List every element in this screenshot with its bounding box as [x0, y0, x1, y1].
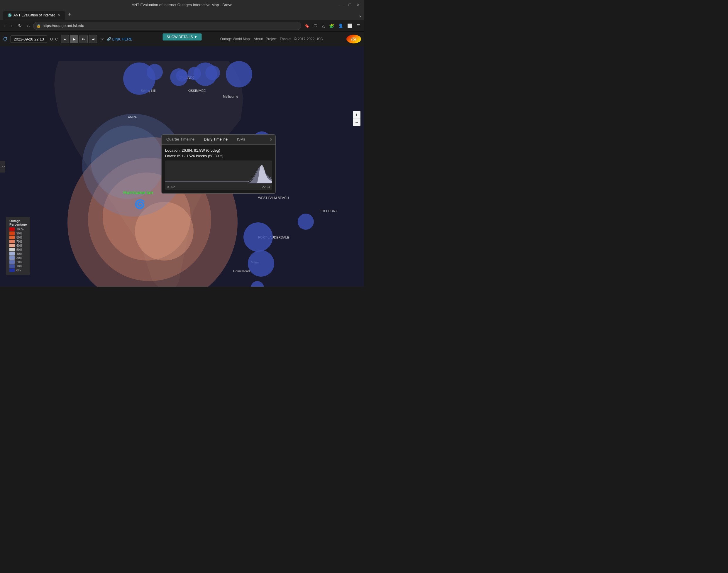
hurricane-icon: 🌀 [134, 199, 145, 209]
time-display[interactable]: 2022-09-28 22:13 [10, 36, 47, 43]
quarter-timeline-tab[interactable]: Quarter Timeline [162, 135, 199, 144]
legend-swatch-90 [9, 231, 15, 235]
legend-label-20: 20% [16, 261, 22, 264]
legend-label-0: 0% [16, 269, 20, 272]
tab-bar: ⊙ ANT Evaluation of Internet ✕ + ⌄ [0, 9, 364, 20]
legend-label-10: 10% [16, 265, 22, 268]
tab-close-button[interactable]: ✕ [58, 13, 60, 17]
blue-dot-5[interactable] [193, 62, 217, 86]
copyright-text: © 2017-2022 USC [294, 37, 323, 41]
skip-end-button[interactable]: ⏭ [89, 35, 97, 43]
legend-item-20: 20% [9, 260, 27, 264]
bookmark-icon[interactable]: 🔖 [303, 23, 311, 29]
legend-swatch-30 [9, 256, 15, 260]
zoom-out-button[interactable]: − [353, 118, 360, 126]
location-popup: Quarter Timeline Daily Timeline ISPs × L… [161, 135, 276, 194]
blue-dot-6[interactable] [226, 61, 252, 88]
legend-item-50: 50% [9, 248, 27, 251]
reload-button[interactable]: ↻ [16, 22, 23, 29]
chart-svg [165, 160, 272, 184]
skip-back-button[interactable]: ⏮ [61, 35, 69, 43]
legend-swatch-10 [9, 264, 15, 268]
isi-logo: ISI [346, 35, 361, 43]
tab-favicon: ⊙ [8, 13, 12, 17]
legend-label-60: 60% [16, 244, 22, 247]
header-nav-links: Outage World Map: About Project Thanks ©… [220, 37, 323, 41]
legend-item-10: 10% [9, 264, 27, 268]
legend-label-80: 80% [16, 236, 22, 239]
zoom-in-button[interactable]: + [353, 111, 360, 118]
show-details-button[interactable]: SHOW DETAILS ▼ [163, 34, 202, 41]
lock-icon: 🔒 [36, 24, 41, 28]
project-link[interactable]: Project [266, 37, 277, 41]
menu-icon[interactable]: ☰ [355, 23, 362, 29]
svg-text:⊙: ⊙ [8, 14, 11, 17]
controls-bar: ⏱ 2022-09-28 22:13 UTC ⏮ ▶ ⏭ ⏭ 1x SHOW D… [0, 32, 364, 46]
legend-title: OutagePercentage [9, 219, 27, 226]
playback-controls: ⏮ ▶ ⏭ ⏭ [61, 35, 97, 43]
popup-close-button[interactable]: × [267, 135, 275, 144]
window-title: ANT Evaluation of Internet Outages Inter… [132, 3, 232, 7]
sidebar-icon[interactable]: ⬜ [346, 23, 354, 29]
blue-dot-14[interactable] [298, 214, 314, 230]
minimize-button[interactable]: — [338, 2, 345, 8]
legend-swatch-70 [9, 240, 15, 243]
legend-item-40: 40% [9, 252, 27, 256]
new-tab-button[interactable]: + [65, 11, 74, 17]
isps-tab[interactable]: ISPs [232, 135, 249, 144]
browser-window: ANT Evaluation of Internet Outages Inter… [0, 0, 364, 286]
profile-icon[interactable]: 👤 [337, 23, 345, 29]
legend-swatch-20 [9, 260, 15, 264]
browser-nav-icons: 🔖 🛡 △ 🧩 👤 ⬜ ☰ [303, 23, 362, 29]
legend-item-100: 100% [9, 227, 27, 231]
clock-icon: ⏱ [3, 36, 8, 42]
maximize-button[interactable]: □ [347, 2, 353, 8]
chart-end-time: 22:24 [262, 185, 270, 189]
about-link[interactable]: About [254, 37, 263, 41]
daily-timeline-tab[interactable]: Daily Timeline [199, 135, 232, 144]
address-bar[interactable]: 🔒 https://outage.ant.isi.edu [33, 22, 301, 30]
chart-start-time: 00:02 [167, 185, 175, 189]
svg-marker-2 [165, 167, 272, 184]
blue-dot-10[interactable] [243, 222, 273, 252]
active-tab[interactable]: ⊙ ANT Evaluation of Internet ✕ [3, 11, 65, 20]
extensions-icon[interactable]: 🧩 [328, 23, 336, 29]
nav-bar: ‹ › ↻ ⌂ 🔒 https://outage.ant.isi.edu 🔖 🛡… [0, 20, 364, 32]
hurricane-ian-label[interactable]: Hurricane Ian [123, 190, 153, 195]
link-here-button[interactable]: 🔗 LINK HERE [107, 37, 132, 41]
legend-swatch-40 [9, 252, 15, 256]
forward-button[interactable]: › [9, 22, 14, 29]
legend-swatch-0 [9, 268, 15, 272]
map-container: ⏱ 2022-09-28 22:13 UTC ⏮ ▶ ⏭ ⏭ 1x SHOW D… [0, 32, 364, 286]
popup-location: Location: 26.8N, 81.8W (0.5deg) [165, 148, 272, 153]
blue-dot-8[interactable] [176, 70, 188, 82]
tab-list-button[interactable]: ⌄ [357, 10, 364, 20]
popup-body: Location: 26.8N, 81.8W (0.5deg) Down: 89… [162, 145, 275, 193]
close-window-button[interactable]: ✕ [355, 2, 362, 8]
blue-dot-7[interactable] [123, 62, 156, 95]
legend-swatch-60 [9, 244, 15, 247]
legend-swatch-80 [9, 236, 15, 239]
legend-swatch-100 [9, 227, 15, 231]
skip-forward-button[interactable]: ⏭ [79, 35, 88, 43]
title-bar: ANT Evaluation of Internet Outages Inter… [0, 0, 364, 9]
blue-dot-11[interactable] [248, 250, 274, 277]
legend-item-80: 80% [9, 236, 27, 239]
brave-rewards-icon[interactable]: △ [320, 23, 327, 29]
popup-down: Down: 891 / 1526 blocks (58.39%) [165, 154, 272, 158]
play-button[interactable]: ▶ [70, 35, 78, 43]
brave-shield-icon[interactable]: 🛡 [312, 23, 319, 29]
utc-label: UTC [50, 37, 58, 41]
tab-label: ANT Evaluation of Internet [13, 13, 55, 17]
legend: OutagePercentage 100% 90% 80% 70% [6, 217, 30, 275]
legend-item-90: 90% [9, 231, 27, 235]
legend-item-70: 70% [9, 240, 27, 243]
url-text: https://outage.ant.isi.edu [43, 23, 84, 28]
back-button[interactable]: ‹ [2, 22, 7, 29]
legend-swatch-50 [9, 248, 15, 251]
thanks-link[interactable]: Thanks [280, 37, 291, 41]
sidebar-toggle[interactable]: >> [0, 161, 5, 172]
legend-label-70: 70% [16, 240, 22, 243]
home-button[interactable]: ⌂ [25, 22, 32, 29]
legend-item-30: 30% [9, 256, 27, 260]
